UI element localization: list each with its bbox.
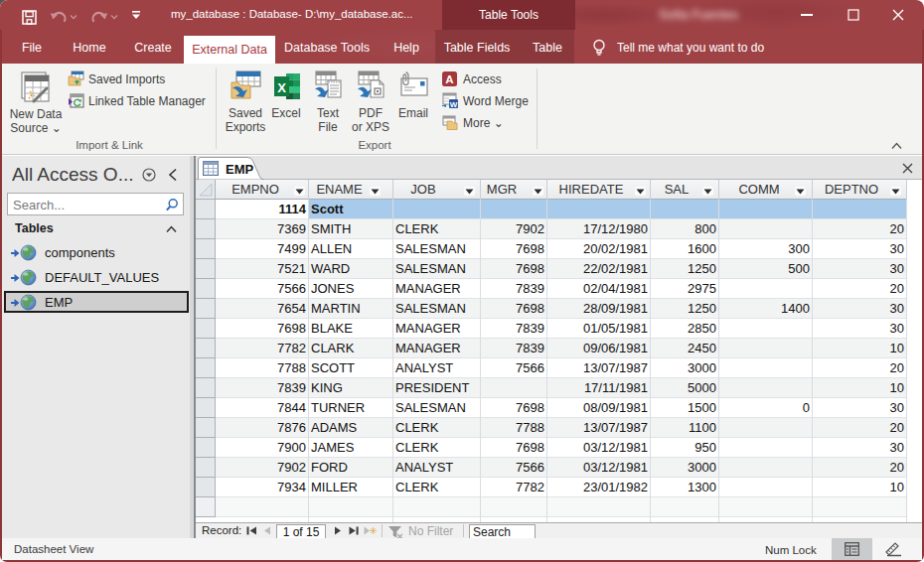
svg-text:W: W xyxy=(450,100,458,109)
svg-text:A: A xyxy=(445,73,453,85)
svg-text:X: X xyxy=(277,80,286,95)
